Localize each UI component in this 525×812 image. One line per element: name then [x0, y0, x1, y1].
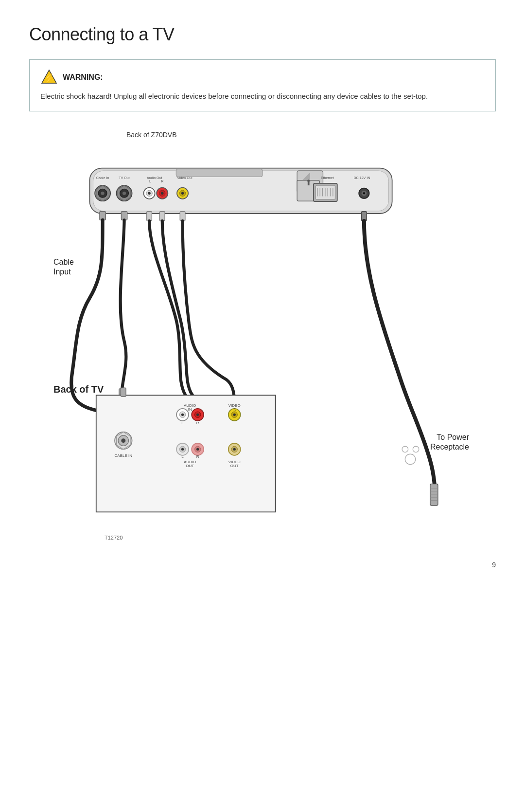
svg-text:L: L: [181, 454, 184, 459]
warning-header: ⚡ WARNING:: [40, 69, 485, 86]
diagram-svg: Cable In TV Out Audio Out L R Video Out …: [29, 131, 496, 569]
svg-point-31: [181, 192, 184, 194]
svg-text:L: L: [149, 180, 151, 183]
page-number: 9: [492, 561, 496, 569]
svg-text:IN: IN: [188, 407, 192, 412]
svg-point-21: [122, 191, 126, 195]
svg-rect-102: [121, 388, 126, 397]
diagram-area: Back of Z70DVB Cable Input Back of TV To…: [29, 131, 496, 569]
svg-point-63: [402, 446, 408, 452]
svg-point-64: [413, 446, 419, 452]
svg-point-77: [196, 413, 199, 415]
svg-text:R: R: [161, 180, 163, 183]
svg-text:Video Out: Video Out: [177, 176, 192, 180]
svg-text:OUT: OUT: [186, 463, 194, 468]
svg-text:⚡: ⚡: [44, 73, 55, 84]
svg-point-99: [233, 448, 236, 450]
svg-point-92: [196, 448, 199, 450]
svg-point-69: [121, 438, 125, 443]
svg-text:L: L: [181, 420, 184, 425]
svg-text:⬆: ⬆: [305, 179, 312, 187]
svg-point-65: [405, 454, 415, 464]
svg-point-89: [181, 448, 184, 450]
svg-point-84: [233, 413, 236, 415]
svg-text:OUT: OUT: [230, 463, 239, 468]
svg-text:R: R: [196, 420, 199, 425]
svg-text:IN: IN: [232, 407, 236, 412]
svg-rect-57: [430, 484, 438, 505]
svg-text:TV Out: TV Out: [119, 176, 130, 180]
page-container: Connecting to a TV ⚡ WARNING: Electric s…: [0, 0, 525, 598]
page-title: Connecting to a TV: [29, 24, 496, 45]
svg-point-25: [148, 192, 150, 194]
warning-icon: ⚡: [40, 69, 58, 86]
svg-text:DC 12V IN: DC 12V IN: [353, 176, 370, 180]
svg-point-28: [161, 192, 163, 194]
svg-point-74: [181, 413, 184, 415]
svg-text:R: R: [196, 454, 199, 459]
svg-point-17: [101, 191, 105, 195]
warning-title: WARNING:: [63, 73, 103, 82]
svg-text:Ethernet: Ethernet: [321, 176, 334, 180]
svg-text:CABLE IN: CABLE IN: [115, 453, 133, 458]
warning-text: Electric shock hazard! Unplug all electr…: [40, 91, 485, 102]
svg-text:Cable In: Cable In: [96, 176, 109, 180]
svg-point-45: [363, 192, 365, 194]
warning-box: ⚡ WARNING: Electric shock hazard! Unplug…: [29, 59, 496, 111]
